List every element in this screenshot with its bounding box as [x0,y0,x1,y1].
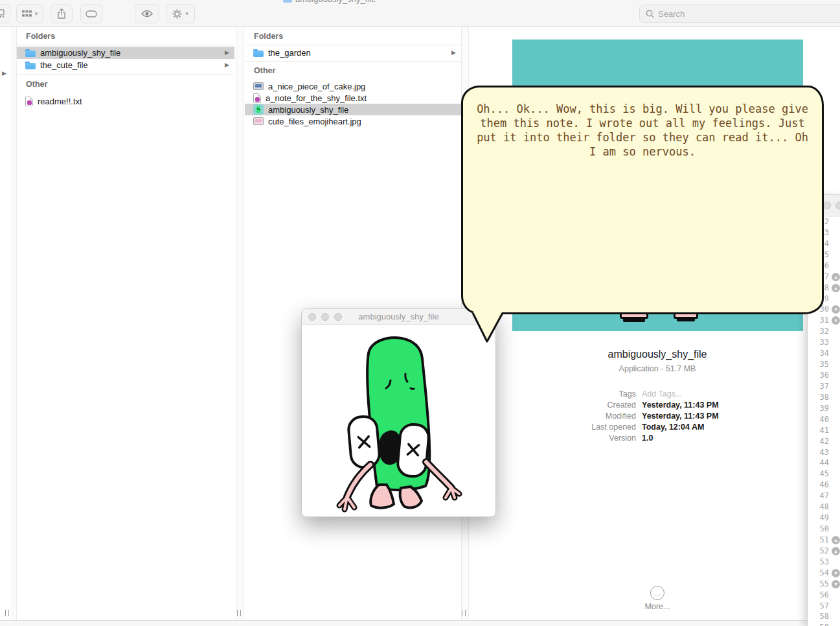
file-row-ambiguously-shy-file-app[interactable]: ambiguously_shy_file [245,104,461,115]
divider [245,61,461,62]
line-number: 59 [808,623,829,626]
down-arrow-button[interactable]: ▼ [832,316,840,325]
info-row-tags: Tags Add Tags... [470,388,840,399]
line-number: 50 [808,524,829,533]
actions-button[interactable]: ▾ [166,4,195,23]
creature-right-arm [426,462,459,498]
close-icon[interactable] [308,313,316,321]
up-arrow-button[interactable]: ▲ [832,536,840,544]
dialogue-bubble[interactable]: Oh... Ok... Wow, this is big. Will you p… [461,86,824,314]
creature-app-icon [253,104,264,115]
line-number: 40 [808,415,829,424]
preview-file-name: ambiguously_shy_file [470,349,840,360]
column-gutter[interactable] [236,27,244,620]
info-row-created: Created Yesterday, 11:43 PM [470,399,840,410]
folder-row-ambiguously-shy-file[interactable]: ambiguously_shy_file ▶ [17,47,234,59]
character-window-title: ambiguously_shy_file [358,312,438,321]
group-view-button[interactable]: ▾ [16,4,43,23]
more-label: More... [470,602,840,611]
line-number: 53 [808,557,829,566]
search-icon [646,10,654,18]
column-gutter[interactable] [12,27,17,620]
file-name: the_cute_file [40,60,88,70]
up-arrow-button[interactable]: ▲ [832,284,840,292]
tag-icon [85,10,97,17]
column-resize-handle[interactable] [462,610,466,616]
window-control-icon[interactable] [823,202,831,209]
file-row-emojiheart-jpg[interactable]: cute_files_emojiheart.jpg [245,115,461,127]
line-number-row: 48 [808,502,840,513]
up-arrow-button[interactable]: ▲ [832,273,840,281]
chevron-right-icon: ▶ [225,62,229,68]
line-number: 49 [808,513,829,522]
preview-file-kind: Application - 51.7 MB [470,364,840,373]
section-header: Folders [17,30,234,43]
file-name: the_garden [268,48,311,58]
eye-icon [141,10,153,17]
down-arrow-button[interactable]: ▼ [832,305,840,314]
down-arrow-button[interactable]: ▼ [832,580,840,588]
dialogue-line: I am so nervous. [463,145,822,159]
tag-button[interactable] [80,4,102,23]
line-number-row: 41 [808,425,840,436]
file-row-cake-jpg[interactable]: a_nice_piece_of_cake.jpg [245,80,461,92]
folder-icon [253,49,264,57]
line-number-row: 35 [808,359,840,370]
file-info-table: Tags Add Tags... Created Yesterday, 11:4… [470,388,840,443]
line-number: 31 [808,316,829,325]
column-resize-handle[interactable] [5,610,9,616]
line-number: 32 [808,327,829,336]
quicklook-button[interactable] [135,4,159,23]
share-button[interactable] [51,4,73,23]
character-foot-shadow [623,317,645,322]
line-number-row: 51▲ [808,535,840,546]
file-name: readme!!.txt [38,97,82,106]
info-row-last-opened: Last opened Today, 12:04 AM [470,421,840,432]
file-name: a_nice_piece_of_cake.jpg [268,82,365,91]
divider [17,74,234,75]
window-control-icon[interactable] [835,202,840,209]
line-number-row: 45 [808,469,840,480]
line-number-row: 40 [808,414,840,425]
file-row-readme[interactable]: readme!!.txt [17,95,234,108]
search-placeholder: Search [658,9,685,19]
file-name: cute_files_emojiheart.jpg [268,117,361,126]
line-number-row: 52▲ [808,546,840,557]
line-number: 42 [808,437,829,446]
up-arrow-button[interactable]: ▲ [832,547,840,555]
column-resize-handle[interactable] [237,610,241,616]
character-app-window[interactable]: ambiguously_shy_file [301,308,496,517]
line-number-row: 31▼ [808,315,840,326]
file-name: ambiguously_shy_file [40,48,120,58]
line-number-row: 34 [808,348,840,359]
line-number-row: 59 [808,622,840,626]
character-window-titlebar[interactable]: ambiguously_shy_file [302,309,495,325]
line-number: 43 [808,448,829,457]
folder-row-the-garden[interactable]: the_garden ▶ [245,47,461,59]
file-name: ambiguously_shy_file [268,105,348,115]
line-number-row: 36 [808,370,840,381]
dialogue-text: Oh... Ok... Wow, this is big. Will you p… [463,102,822,159]
line-number-row: 53 [808,557,840,568]
line-number-row: 44 [808,458,840,469]
line-number: 48 [808,502,829,511]
search-input[interactable]: Search [639,5,840,23]
down-arrow-button[interactable]: ▼ [832,569,840,577]
minimize-icon[interactable] [321,313,329,321]
line-number: 38 [808,393,829,402]
line-number-row: 47 [808,491,840,502]
file-row-note-txt[interactable]: a_note_for_the_shy_file.txt [245,92,461,104]
line-number: 47 [808,491,829,500]
line-number: 56 [808,590,829,599]
folder-row-the-cute-file[interactable]: the_cute_file ▶ [17,59,234,71]
finder-window-title: ambiguously_shy_file [283,0,376,4]
file-name: a_note_for_the_shy_file.txt [266,93,367,103]
more-button[interactable]: … More... [470,586,840,611]
line-number-row: 37 [808,381,840,392]
line-number: 54 [808,568,829,577]
chevron-right-icon: ▶ [2,70,6,76]
zoom-icon[interactable] [334,313,342,321]
window-bottom-edge [0,620,840,626]
gear-icon [172,9,182,19]
window-panel-button[interactable] [0,4,10,23]
